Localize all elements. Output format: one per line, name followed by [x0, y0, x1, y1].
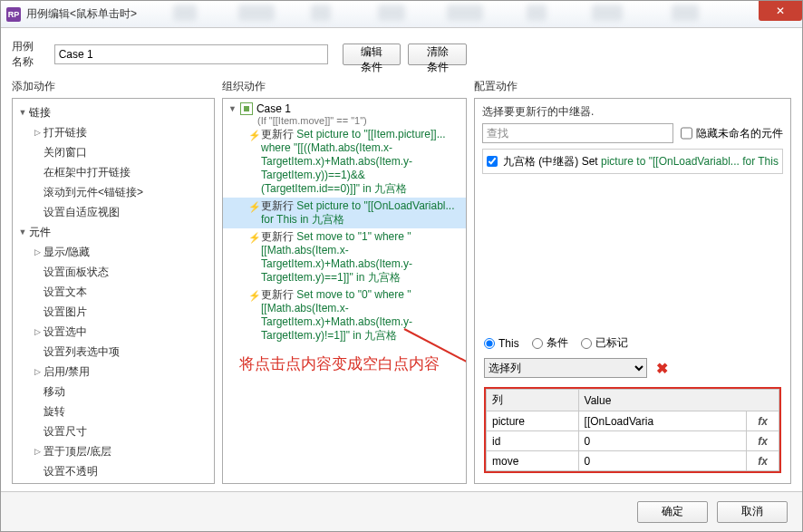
tree-item[interactable]: 滚动到元件<锚链接>	[13, 182, 214, 202]
table-row[interactable]: picture[[OnLoadVariafx	[487, 411, 779, 431]
action-row[interactable]: ⚡更新行 Set picture to "[[Item.picture]]...…	[223, 126, 466, 198]
organize-action-label: 组织动作	[222, 79, 467, 94]
tree-item[interactable]: 关闭窗口	[13, 142, 214, 162]
tree-item[interactable]: 设置面板状态	[13, 262, 214, 282]
fx-button[interactable]: fx	[747, 451, 779, 471]
ok-button[interactable]: 确定	[637, 501, 708, 523]
action-row[interactable]: ⚡更新行 Set picture to "[[OnLoadVariabl... …	[223, 198, 466, 228]
case-row[interactable]: ▼ Case 1	[223, 99, 466, 115]
value-table: 列Value picture[[OnLoadVariafxid0fxmove0f…	[484, 387, 781, 473]
case-name: Case 1	[256, 102, 291, 115]
tree-item[interactable]: ▷显示/隐藏	[13, 242, 214, 262]
bolt-icon: ⚡	[248, 128, 261, 196]
bolt-icon: ⚡	[248, 199, 261, 227]
th-value: Value	[578, 390, 779, 411]
radio-this[interactable]: This	[484, 337, 519, 350]
configure-action-label: 配置动作	[474, 79, 791, 94]
configure-action-panel: 选择要更新行的中继器. 隐藏未命名的元件 九宫格 (中继器) Set pictu…	[474, 98, 791, 484]
organize-action-panel: ▼ Case 1 (If "[[Item.move]]" == "1") ⚡更新…	[222, 98, 467, 484]
app-icon: RP	[6, 7, 21, 22]
tree-item[interactable]: 设置尺寸	[13, 421, 214, 441]
tree-item[interactable]: ▼元件	[13, 222, 214, 242]
table-row[interactable]: id0fx	[487, 431, 779, 451]
tree-item[interactable]: 设置列表选中项	[13, 342, 214, 362]
tree-item[interactable]: 旋转	[13, 401, 214, 421]
tree-item[interactable]: ▷设置选中	[13, 322, 214, 342]
toolbar: 用例名称 编辑条件 清除条件	[1, 28, 802, 79]
radio-condition[interactable]: 条件	[532, 335, 568, 351]
tree-item[interactable]: 移动	[13, 382, 214, 401]
bolt-icon: ⚡	[248, 230, 261, 285]
case-name-label: 用例名称	[12, 39, 44, 70]
tree-item[interactable]: ▼链接	[13, 102, 214, 122]
case-name-input[interactable]	[54, 44, 328, 64]
red-annotation: 将点击点内容变成空白点内容	[239, 353, 440, 374]
repeater-prompt: 选择要更新行的中继器.	[475, 99, 790, 123]
case-icon	[240, 102, 253, 115]
footer: 确定 取消	[1, 491, 802, 531]
action-row[interactable]: ⚡更新行 Set move to "1" where "[[Math.abs(I…	[223, 228, 466, 286]
tree-item[interactable]: 设置文本	[13, 282, 214, 302]
cancel-button[interactable]: 取消	[717, 501, 788, 523]
clear-condition-button[interactable]: 清除条件	[408, 44, 467, 65]
table-row[interactable]: move0fx	[487, 451, 779, 471]
case-condition: (If "[[Item.move]]" == "1")	[223, 115, 466, 126]
action-row[interactable]: ⚡更新行 Set move to "0" where "[[Math.abs(I…	[223, 286, 466, 344]
window-title: 用例编辑<鼠标单击时>	[26, 6, 137, 22]
fx-button[interactable]: fx	[747, 411, 779, 431]
select-column[interactable]: 选择列	[484, 358, 647, 378]
tree-item[interactable]: ▷置于顶层/底层	[13, 441, 214, 461]
tree-item[interactable]: ▷启用/禁用	[13, 362, 214, 382]
radio-marked[interactable]: 已标记	[581, 335, 628, 351]
tree-item[interactable]: 获取焦点	[13, 481, 214, 484]
fx-button[interactable]: fx	[747, 431, 779, 451]
add-action-label: 添加动作	[12, 79, 215, 94]
search-input[interactable]	[482, 123, 673, 143]
titlebar: RP 用例编辑<鼠标单击时> ✕	[1, 1, 802, 28]
add-action-panel: ▼链接▷打开链接关闭窗口在框架中打开链接滚动到元件<锚链接>设置自适应视图▼元件…	[12, 98, 215, 484]
tree-item[interactable]: 设置自适应视图	[13, 202, 214, 222]
repeater-item[interactable]: 九宫格 (中继器) Set picture to "[[OnLoadVariab…	[482, 149, 783, 174]
tree-item[interactable]: 设置不透明	[13, 461, 214, 481]
delete-icon[interactable]: ✖	[656, 360, 668, 377]
tree-item[interactable]: 设置图片	[13, 302, 214, 322]
th-column: 列	[487, 390, 579, 411]
edit-condition-button[interactable]: 编辑条件	[343, 44, 402, 65]
tree-item[interactable]: 在框架中打开链接	[13, 162, 214, 182]
bolt-icon: ⚡	[248, 288, 261, 343]
tree-item[interactable]: ▷打开链接	[13, 122, 214, 142]
hide-unnamed-checkbox[interactable]: 隐藏未命名的元件	[681, 123, 783, 143]
close-button[interactable]: ✕	[759, 1, 802, 21]
